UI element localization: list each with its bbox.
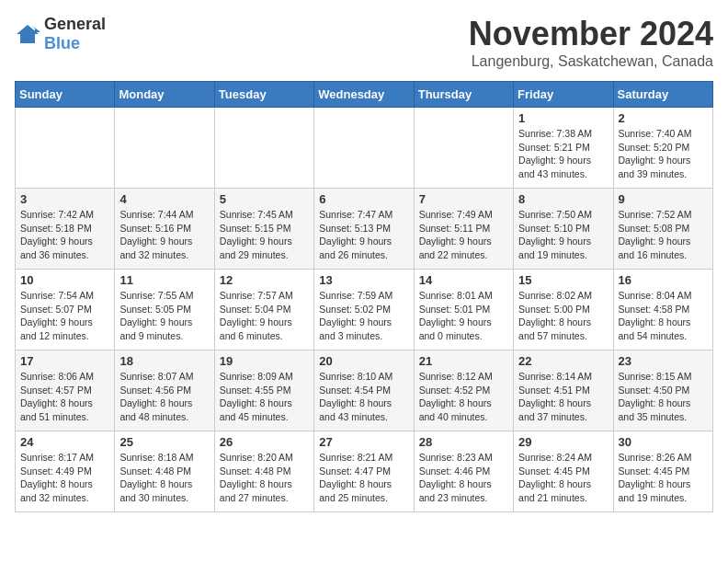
day-info: Sunrise: 8:17 AM Sunset: 4:49 PM Dayligh… [20, 451, 109, 505]
day-number: 13 [319, 273, 408, 287]
logo-blue: Blue [44, 34, 80, 52]
day-number: 22 [518, 354, 608, 368]
day-number: 8 [518, 192, 608, 206]
week-row-4: 24Sunrise: 8:17 AM Sunset: 4:49 PM Dayli… [16, 431, 713, 512]
header-tuesday: Tuesday [214, 82, 313, 108]
day-number: 18 [119, 354, 209, 368]
day-info: Sunrise: 7:54 AM Sunset: 5:07 PM Dayligh… [20, 289, 109, 343]
page-header: General Blue November 2024 Langenburg, S… [15, 15, 713, 70]
calendar-cell: 24Sunrise: 8:17 AM Sunset: 4:49 PM Dayli… [16, 431, 115, 512]
day-number: 7 [419, 192, 508, 206]
day-number: 1 [518, 111, 608, 125]
calendar-cell: 25Sunrise: 8:18 AM Sunset: 4:48 PM Dayli… [115, 431, 214, 512]
day-info: Sunrise: 8:06 AM Sunset: 4:57 PM Dayligh… [20, 370, 109, 424]
header-saturday: Saturday [613, 82, 712, 108]
calendar-cell: 13Sunrise: 7:59 AM Sunset: 5:02 PM Dayli… [314, 270, 414, 350]
calendar-cell: 4Sunrise: 7:44 AM Sunset: 5:16 PM Daylig… [115, 189, 214, 270]
calendar-cell: 21Sunrise: 8:12 AM Sunset: 4:52 PM Dayli… [414, 350, 513, 431]
header-thursday: Thursday [414, 82, 513, 108]
day-number: 2 [619, 111, 708, 125]
day-number: 29 [518, 435, 608, 449]
week-row-0: 1Sunrise: 7:38 AM Sunset: 5:21 PM Daylig… [16, 108, 713, 189]
calendar-header: Sunday Monday Tuesday Wednesday Thursday… [16, 82, 713, 108]
day-number: 25 [119, 435, 209, 449]
calendar-cell: 26Sunrise: 8:20 AM Sunset: 4:48 PM Dayli… [214, 431, 313, 512]
calendar-cell: 14Sunrise: 8:01 AM Sunset: 5:01 PM Dayli… [414, 270, 513, 350]
day-info: Sunrise: 7:45 AM Sunset: 5:15 PM Dayligh… [220, 208, 309, 262]
calendar-cell: 15Sunrise: 8:02 AM Sunset: 5:00 PM Dayli… [514, 270, 613, 350]
calendar-cell [115, 108, 214, 189]
day-number: 20 [319, 354, 408, 368]
calendar-cell: 12Sunrise: 7:57 AM Sunset: 5:04 PM Dayli… [214, 270, 313, 350]
day-info: Sunrise: 8:15 AM Sunset: 4:50 PM Dayligh… [619, 370, 708, 424]
day-number: 4 [119, 192, 209, 206]
calendar-cell: 11Sunrise: 7:55 AM Sunset: 5:05 PM Dayli… [115, 270, 214, 350]
day-number: 5 [220, 192, 309, 206]
day-number: 3 [20, 192, 109, 206]
day-info: Sunrise: 7:59 AM Sunset: 5:02 PM Dayligh… [319, 289, 408, 343]
day-number: 16 [619, 273, 708, 287]
day-info: Sunrise: 7:49 AM Sunset: 5:11 PM Dayligh… [419, 208, 508, 262]
calendar-cell: 7Sunrise: 7:49 AM Sunset: 5:11 PM Daylig… [414, 189, 513, 270]
day-info: Sunrise: 8:07 AM Sunset: 4:56 PM Dayligh… [119, 370, 209, 424]
calendar-cell: 5Sunrise: 7:45 AM Sunset: 5:15 PM Daylig… [214, 189, 313, 270]
day-info: Sunrise: 7:57 AM Sunset: 5:04 PM Dayligh… [220, 289, 309, 343]
logo-icon [15, 21, 40, 47]
day-number: 23 [619, 354, 708, 368]
calendar-cell: 20Sunrise: 8:10 AM Sunset: 4:54 PM Dayli… [314, 350, 414, 431]
calendar-cell: 6Sunrise: 7:47 AM Sunset: 5:13 PM Daylig… [314, 189, 414, 270]
day-number: 9 [619, 192, 708, 206]
logo: General Blue [15, 15, 106, 53]
day-number: 21 [419, 354, 508, 368]
day-number: 12 [220, 273, 309, 287]
calendar-cell: 23Sunrise: 8:15 AM Sunset: 4:50 PM Dayli… [613, 350, 712, 431]
week-row-1: 3Sunrise: 7:42 AM Sunset: 5:18 PM Daylig… [16, 189, 713, 270]
day-info: Sunrise: 8:14 AM Sunset: 4:51 PM Dayligh… [518, 370, 608, 424]
day-number: 6 [319, 192, 408, 206]
calendar-cell: 30Sunrise: 8:26 AM Sunset: 4:45 PM Dayli… [613, 431, 712, 512]
calendar-cell: 2Sunrise: 7:40 AM Sunset: 5:20 PM Daylig… [613, 108, 712, 189]
calendar-cell: 17Sunrise: 8:06 AM Sunset: 4:57 PM Dayli… [16, 350, 115, 431]
day-info: Sunrise: 8:02 AM Sunset: 5:00 PM Dayligh… [518, 289, 608, 343]
day-number: 27 [319, 435, 408, 449]
calendar-cell [314, 108, 414, 189]
calendar-cell: 3Sunrise: 7:42 AM Sunset: 5:18 PM Daylig… [16, 189, 115, 270]
location-title: Langenburg, Saskatchewan, Canada [469, 53, 713, 70]
day-info: Sunrise: 8:21 AM Sunset: 4:47 PM Dayligh… [319, 451, 408, 505]
calendar-cell [214, 108, 313, 189]
day-info: Sunrise: 7:50 AM Sunset: 5:10 PM Dayligh… [518, 208, 608, 262]
day-number: 19 [220, 354, 309, 368]
header-monday: Monday [115, 82, 214, 108]
header-sunday: Sunday [16, 82, 115, 108]
day-info: Sunrise: 7:47 AM Sunset: 5:13 PM Dayligh… [319, 208, 408, 262]
day-info: Sunrise: 8:10 AM Sunset: 4:54 PM Dayligh… [319, 370, 408, 424]
day-info: Sunrise: 8:09 AM Sunset: 4:55 PM Dayligh… [220, 370, 309, 424]
calendar-cell: 9Sunrise: 7:52 AM Sunset: 5:08 PM Daylig… [613, 189, 712, 270]
logo-general: General [44, 15, 106, 33]
day-number: 10 [20, 273, 109, 287]
calendar-cell: 1Sunrise: 7:38 AM Sunset: 5:21 PM Daylig… [514, 108, 613, 189]
calendar-cell [16, 108, 115, 189]
day-info: Sunrise: 8:01 AM Sunset: 5:01 PM Dayligh… [419, 289, 508, 343]
day-number: 14 [419, 273, 508, 287]
day-info: Sunrise: 8:12 AM Sunset: 4:52 PM Dayligh… [419, 370, 508, 424]
calendar-cell [414, 108, 513, 189]
day-info: Sunrise: 8:24 AM Sunset: 4:45 PM Dayligh… [518, 451, 608, 505]
day-info: Sunrise: 8:18 AM Sunset: 4:48 PM Dayligh… [119, 451, 209, 505]
header-friday: Friday [514, 82, 613, 108]
day-number: 26 [220, 435, 309, 449]
calendar-cell: 29Sunrise: 8:24 AM Sunset: 4:45 PM Dayli… [514, 431, 613, 512]
day-info: Sunrise: 7:55 AM Sunset: 5:05 PM Dayligh… [119, 289, 209, 343]
day-info: Sunrise: 7:52 AM Sunset: 5:08 PM Dayligh… [619, 208, 708, 262]
day-number: 28 [419, 435, 508, 449]
header-wednesday: Wednesday [314, 82, 414, 108]
day-info: Sunrise: 8:04 AM Sunset: 4:58 PM Dayligh… [619, 289, 708, 343]
day-number: 11 [119, 273, 209, 287]
calendar-body: 1Sunrise: 7:38 AM Sunset: 5:21 PM Daylig… [16, 108, 713, 512]
calendar-table: Sunday Monday Tuesday Wednesday Thursday… [15, 81, 713, 512]
day-info: Sunrise: 7:44 AM Sunset: 5:16 PM Dayligh… [119, 208, 209, 262]
day-info: Sunrise: 8:26 AM Sunset: 4:45 PM Dayligh… [619, 451, 708, 505]
day-info: Sunrise: 8:23 AM Sunset: 4:46 PM Dayligh… [419, 451, 508, 505]
calendar-cell: 22Sunrise: 8:14 AM Sunset: 4:51 PM Dayli… [514, 350, 613, 431]
day-info: Sunrise: 7:40 AM Sunset: 5:20 PM Dayligh… [619, 127, 708, 181]
